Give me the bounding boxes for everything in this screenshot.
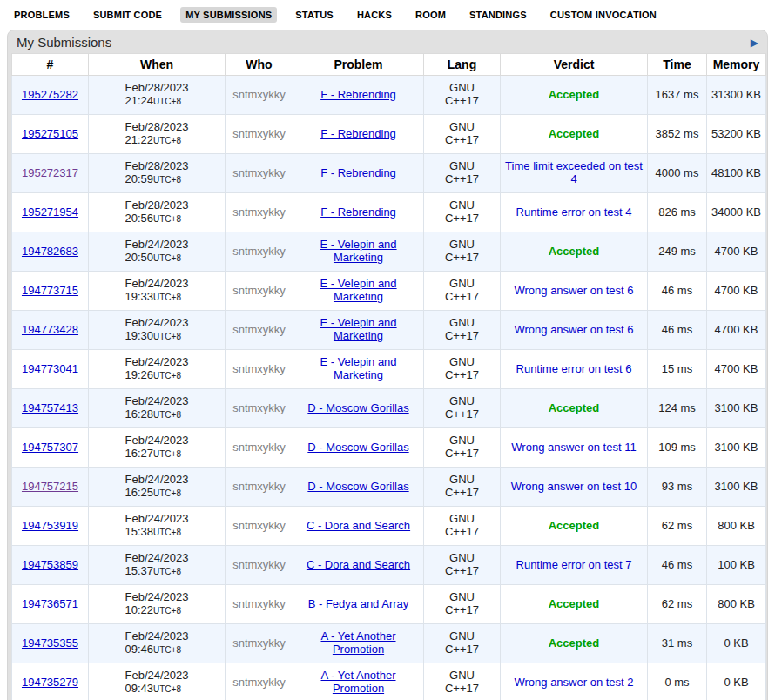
user-link[interactable]: sntmxykky [232, 205, 286, 219]
user-link[interactable]: sntmxykky [232, 676, 286, 689]
user-link[interactable]: sntmxykky [232, 597, 286, 610]
problem-link[interactable]: E - Velepin and Marketing [320, 316, 396, 342]
memory-used: 800 KB [707, 507, 766, 546]
user-link[interactable]: sntmxykky [232, 636, 286, 650]
submission-verdict: Accepted [501, 624, 648, 663]
problem-link[interactable]: C - Dora and Search [307, 558, 410, 571]
problem-link[interactable]: E - Velepin and Marketing [320, 277, 396, 303]
problem-link[interactable]: F - Rebrending [320, 205, 396, 219]
nav-item-standings[interactable]: STANDINGS [464, 7, 532, 23]
execution-time: 3852 ms [648, 115, 707, 154]
submission-lang: GNUC++17 [424, 468, 501, 507]
submission-problem: A - Yet Another Promotion [293, 663, 424, 700]
nav-item-problems[interactable]: PROBLEMS [9, 7, 75, 23]
submission-id-link[interactable]: 194735279 [22, 676, 78, 689]
problem-link[interactable]: A - Yet Another Promotion [320, 629, 395, 656]
user-link[interactable]: sntmxykky [232, 480, 286, 493]
problem-link[interactable]: F - Rebrending [320, 166, 396, 179]
submission-problem: E - Velepin and Marketing [293, 232, 424, 272]
submission-id-link[interactable]: 195275282 [22, 88, 78, 101]
submission-row: 194735279Feb/24/202309:43UTC+8sntmxykkyA… [12, 663, 766, 700]
column-header-lang: Lang [424, 54, 501, 76]
submission-verdict: Accepted [501, 389, 648, 428]
nav-item-custom-invocation[interactable]: CUSTOM INVOCATION [545, 7, 662, 23]
submission-id-cell: 194773715 [12, 272, 89, 311]
submission-who: sntmxykky [226, 546, 293, 585]
nav-item-submit-code[interactable]: SUBMIT CODE [88, 7, 167, 23]
memory-used: 4700 KB [707, 232, 766, 272]
submission-id-link[interactable]: 195272317 [22, 166, 78, 179]
submission-row: 195271954Feb/28/202320:56UTC+8sntmxykkyF… [12, 193, 766, 232]
user-link[interactable]: sntmxykky [232, 558, 286, 571]
memory-used: 4700 KB [707, 272, 766, 311]
user-link[interactable]: sntmxykky [232, 441, 286, 454]
verdict-text: Accepted [549, 519, 600, 532]
column-header-who: Who [226, 54, 293, 76]
verdict-text: Time limit exceeded on test 4 [505, 159, 643, 185]
submission-id-link[interactable]: 194735355 [22, 636, 78, 650]
contest-nav: PROBLEMSSUBMIT CODEMY SUBMISSIONSSTATUSH… [0, 0, 775, 27]
problem-link[interactable]: A - Yet Another Promotion [320, 669, 395, 695]
nav-item-room[interactable]: ROOM [410, 7, 451, 23]
submission-id-link[interactable]: 195271954 [22, 205, 78, 219]
problem-link[interactable]: C - Dora and Search [307, 519, 410, 532]
submission-who: sntmxykky [226, 232, 293, 272]
user-link[interactable]: sntmxykky [232, 166, 286, 179]
panel-caption: My Submissions ▶ [11, 30, 764, 53]
memory-used: 3100 KB [707, 389, 766, 428]
problem-link[interactable]: E - Velepin and Marketing [320, 238, 396, 264]
user-link[interactable]: sntmxykky [232, 127, 286, 140]
problem-link[interactable]: D - Moscow Gorillas [307, 401, 408, 414]
submission-who: sntmxykky [226, 115, 293, 154]
problem-link[interactable]: B - Fedya and Array [308, 597, 409, 610]
submission-id-link[interactable]: 194773715 [22, 284, 78, 297]
submission-who: sntmxykky [226, 272, 293, 311]
column-header-verdict: Verdict [501, 54, 648, 76]
submission-id-link[interactable]: 194773041 [22, 362, 78, 375]
submission-id-cell: 194753919 [12, 507, 89, 546]
submission-id-link[interactable]: 194782683 [22, 245, 78, 258]
submission-id-link[interactable]: 194773428 [22, 323, 78, 336]
submission-verdict: Accepted [501, 232, 648, 272]
submission-id-link[interactable]: 194753919 [22, 519, 78, 532]
submissions-table: #WhenWhoProblemLangVerdictTimeMemory 195… [11, 53, 766, 700]
problem-link[interactable]: F - Rebrending [320, 88, 396, 101]
problem-link[interactable]: E - Velepin and Marketing [320, 355, 396, 381]
submission-id-link[interactable]: 194757413 [22, 401, 78, 414]
submission-problem: F - Rebrending [293, 154, 424, 193]
user-link[interactable]: sntmxykky [232, 88, 286, 101]
timezone-label: UTC+8 [153, 528, 181, 537]
nav-item-status[interactable]: STATUS [290, 7, 339, 23]
submission-problem: E - Velepin and Marketing [293, 311, 424, 350]
execution-time: 109 ms [648, 428, 707, 468]
nav-item-hacks[interactable]: HACKS [352, 7, 397, 23]
submission-id-link[interactable]: 194757307 [22, 441, 78, 454]
timezone-label: UTC+8 [153, 175, 181, 185]
nav-item-my-submissions[interactable]: MY SUBMISSIONS [180, 7, 277, 23]
user-link[interactable]: sntmxykky [232, 362, 286, 375]
submission-id-link[interactable]: 195275105 [22, 127, 78, 140]
memory-used: 0 KB [707, 663, 766, 700]
submission-when: Feb/24/202315:38UTC+8 [89, 507, 226, 546]
submission-verdict: Wrong answer on test 11 [501, 428, 648, 468]
user-link[interactable]: sntmxykky [232, 401, 286, 414]
problem-link[interactable]: D - Moscow Gorillas [307, 480, 408, 493]
submission-problem: A - Yet Another Promotion [293, 624, 424, 663]
collapse-arrow-icon[interactable]: ▶ [751, 37, 758, 48]
column-header-problem: Problem [293, 54, 424, 76]
timezone-label: UTC+8 [153, 606, 181, 616]
submission-id-link[interactable]: 194753859 [22, 558, 78, 571]
user-link[interactable]: sntmxykky [232, 245, 286, 258]
submission-lang: GNUC++17 [424, 154, 501, 193]
user-link[interactable]: sntmxykky [232, 519, 286, 532]
problem-link[interactable]: D - Moscow Gorillas [307, 441, 408, 454]
execution-time: 62 ms [648, 585, 707, 624]
user-link[interactable]: sntmxykky [232, 323, 286, 336]
user-link[interactable]: sntmxykky [232, 284, 286, 297]
submission-id-link[interactable]: 194757215 [22, 480, 78, 493]
problem-link[interactable]: F - Rebrending [320, 127, 396, 140]
submission-verdict: Accepted [501, 507, 648, 546]
submission-who: sntmxykky [226, 311, 293, 350]
submission-id-link[interactable]: 194736571 [22, 597, 78, 610]
submission-who: sntmxykky [226, 76, 293, 115]
